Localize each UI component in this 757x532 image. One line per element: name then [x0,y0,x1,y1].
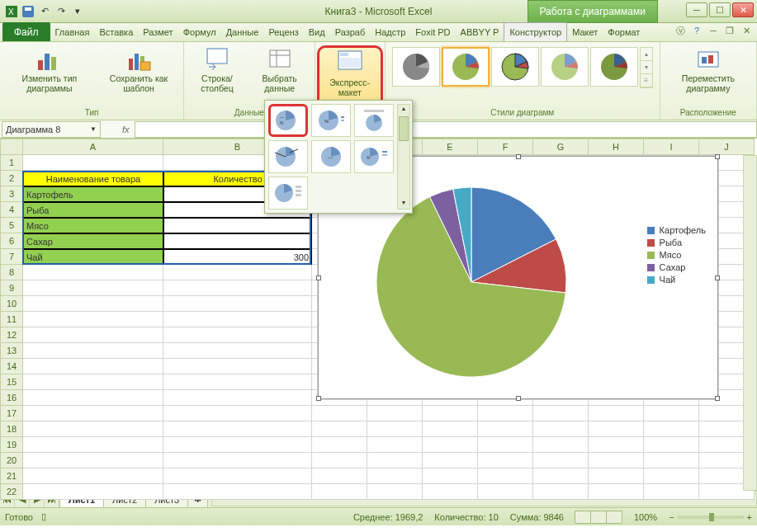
save-icon[interactable] [21,5,35,18]
zoom-slider[interactable]: − + [669,512,752,522]
fx-icon[interactable]: fx [122,125,130,134]
col-header-J[interactable]: J [699,139,755,155]
chart-style-3[interactable] [491,47,539,87]
row-header-7[interactable]: 7 [0,249,23,265]
tab-insert[interactable]: Вставка [94,22,138,41]
legend-swatch [647,227,655,234]
undo-icon[interactable]: ↶ [38,5,51,18]
tab-formulas[interactable]: Формул [178,22,221,41]
macro-record-icon[interactable]: ▯ [41,511,46,522]
save-template-button[interactable]: Сохранить как шаблон [97,44,180,95]
tab-addins[interactable]: Надстр [370,22,410,41]
row-header-16[interactable]: 16 [0,390,23,406]
chart-style-1[interactable] [392,47,440,87]
tab-view[interactable]: Вид [304,22,330,41]
zoom-out-icon[interactable]: − [669,512,674,522]
zoom-level[interactable]: 100% [634,512,657,522]
svg-rect-6 [51,57,56,70]
col-header-G[interactable]: G [533,139,589,155]
tab-abbyy[interactable]: ABBYY P [456,22,504,41]
group-location: Переместить диаграмму Расположение [660,42,757,120]
status-bar: Готово ▯ Среднее: 1969,2 Количество: 10 … [0,507,757,525]
quick-layout-dropdown: —% % — % ▴▾ [264,100,413,214]
view-buttons[interactable] [575,511,622,524]
row-header-22[interactable]: 22 [0,484,23,500]
doc-restore-icon[interactable]: ❐ [724,25,736,36]
row-header-19[interactable]: 19 [0,437,23,453]
row-header-4[interactable]: 4 [0,202,23,218]
vertical-scrollbar[interactable] [743,155,757,491]
chart-legend: КартофельРыбаМясоСахарЧай [647,223,706,287]
col-header-I[interactable]: I [644,139,699,155]
help-icon[interactable]: ? [691,25,703,36]
doc-minimize-icon[interactable]: ─ [707,25,719,36]
switch-rowcol-button[interactable]: Строка/столбец [187,44,247,95]
group-data-label: Данные [234,106,264,118]
styles-scroll[interactable]: ▴▾≡ [640,47,653,88]
tab-review[interactable]: Реценз [263,22,303,41]
layout-option-6[interactable]: % [354,140,394,173]
row-header-8[interactable]: 8 [0,265,23,280]
select-all-corner[interactable] [0,139,23,155]
maximize-button[interactable]: ☐ [709,2,731,17]
tab-foxit[interactable]: Foxit PD [410,22,455,41]
select-data-button[interactable]: Выбрать данные [248,44,311,95]
col-header-E[interactable]: E [423,139,478,155]
row-header-2[interactable]: 2 [0,171,23,186]
svg-text:—: — [280,115,284,120]
tab-data[interactable]: Данные [221,22,264,41]
close-button[interactable]: ✕ [732,2,754,17]
change-chart-type-button[interactable]: Изменить тип диаграммы [3,44,96,95]
row-header-14[interactable]: 14 [0,359,23,374]
row-header-20[interactable]: 20 [0,453,23,468]
doc-close-icon[interactable]: ✕ [740,25,752,36]
svg-text:%: % [367,155,371,160]
row-header-17[interactable]: 17 [0,406,23,421]
layout-option-1[interactable]: —% [268,104,308,137]
row-header-6[interactable]: 6 [0,233,23,249]
row-header-13[interactable]: 13 [0,343,23,359]
row-header-21[interactable]: 21 [0,468,23,484]
group-styles-label: Стили диаграмм [490,106,554,118]
layout-option-2[interactable]: % [311,104,351,137]
tab-developer[interactable]: Разраб [330,22,371,41]
col-header-A[interactable]: A [23,139,163,155]
tab-design[interactable]: Конструктор [504,22,567,41]
layout-option-3[interactable] [354,104,394,137]
minimize-button[interactable]: ─ [686,2,707,17]
col-header-H[interactable]: H [589,139,644,155]
svg-rect-25 [708,55,713,64]
col-header-F[interactable]: F [478,139,533,155]
row-header-15[interactable]: 15 [0,374,23,390]
row-header-5[interactable]: 5 [0,218,23,233]
formula-input[interactable] [135,121,757,138]
group-type: Изменить тип диаграммы Сохранить как шаб… [0,42,184,120]
chart-style-4[interactable] [541,47,589,87]
layout-option-7[interactable] [268,177,308,210]
tab-chart-layout[interactable]: Макет [567,22,603,41]
row-header-3[interactable]: 3 [0,186,23,202]
row-header-10[interactable]: 10 [0,296,23,312]
file-tab[interactable]: Файл [2,22,50,41]
zoom-in-icon[interactable]: + [747,512,752,522]
chart-style-2[interactable] [442,47,490,87]
quick-access-toolbar: X ↶ ↷ ▾ [0,5,84,18]
move-chart-button[interactable]: Переместить диаграмму [664,44,753,95]
name-box[interactable]: Диаграмма 8▼ [2,121,101,138]
chart-style-5[interactable] [590,47,638,87]
qat-more-icon[interactable]: ▾ [71,5,84,18]
layout-option-5[interactable]: — [311,140,351,173]
row-header-11[interactable]: 11 [0,312,23,327]
tab-home[interactable]: Главная [50,22,95,41]
layout-option-4[interactable] [268,140,308,173]
tab-format[interactable]: Формат [603,22,645,41]
row-header-12[interactable]: 12 [0,327,23,343]
row-header-18[interactable]: 18 [0,421,23,437]
row-header-9[interactable]: 9 [0,280,23,296]
layout-scrollbar[interactable]: ▴▾ [397,104,410,210]
minimize-ribbon-icon[interactable]: ⓥ [674,25,686,36]
tab-layout[interactable]: Размет [138,22,177,41]
row-header-1[interactable]: 1 [0,155,23,171]
redo-icon[interactable]: ↷ [54,5,68,18]
legend-item: Рыба [647,238,706,247]
